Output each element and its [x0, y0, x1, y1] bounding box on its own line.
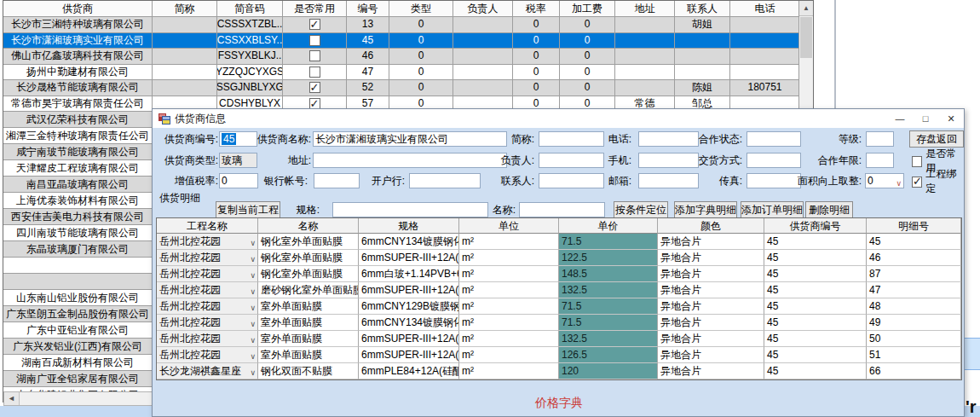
cell-supplier-id[interactable]: 45 [764, 298, 867, 315]
cell-address[interactable] [615, 17, 675, 33]
col-header-manager[interactable]: 负责人 [453, 1, 513, 17]
cell-supplier[interactable]: 南昌亚晶玻璃有限公司 [3, 177, 153, 193]
detail-row[interactable]: 岳州北控花园∨ 室外单面贴膜 6mmSUPER-III+12A(硅... m² … [157, 331, 961, 347]
cell-common[interactable] [283, 49, 347, 65]
cell-type[interactable]: 0 [389, 33, 453, 49]
cell-common[interactable] [283, 80, 347, 96]
detail-row[interactable]: 岳州北控花园∨ 钢化室外单面贴膜 6mmSUPER-III+12A(硅... m… [157, 250, 961, 266]
chevron-down-icon[interactable]: ∨ [250, 268, 256, 282]
detail-row[interactable]: 长沙龙湖祺鑫星座∨ 钢化双面不贴膜 6mmPLE84+12A(硅酮胶... m²… [157, 363, 961, 379]
cell-phone[interactable] [730, 49, 800, 65]
detail-row[interactable]: 岳州北控花园∨ 室外单面贴膜 6mmSUPER-III+12A(硅... m² … [157, 347, 961, 363]
col-header-name[interactable]: 名称 [258, 218, 359, 234]
add-dictionary-detail-button[interactable]: 添加字典明细 [674, 201, 737, 218]
col-header-address[interactable]: 地址 [615, 1, 675, 17]
col-header-id[interactable]: 编号 [347, 1, 389, 17]
maximize-icon[interactable]: □ [913, 109, 938, 128]
cell-type[interactable]: 0 [389, 49, 453, 65]
cell-supplier[interactable]: 湖南百成新材料有限公司 [3, 355, 153, 371]
cell-unit[interactable]: m² [459, 315, 559, 331]
minimize-icon[interactable]: — [887, 109, 913, 128]
cell-name[interactable]: 室外单面贴膜 [258, 298, 359, 315]
cell-manager[interactable] [453, 49, 513, 65]
cell-color[interactable]: 异地合片 [658, 331, 764, 347]
col-header-supplier-id[interactable]: 供货商编号 [764, 218, 867, 234]
project-select[interactable]: 岳州北控花园∨ [157, 282, 258, 298]
bank-branch-field[interactable] [409, 173, 481, 188]
cell-supplier[interactable]: 广东坚朗五金制品股份有限公司 [3, 306, 153, 322]
checkbox[interactable] [309, 19, 320, 30]
bank-account-field[interactable] [314, 173, 360, 188]
cell-color[interactable]: 异地合片 [658, 282, 764, 298]
common-checkbox[interactable]: 是否常用 [912, 154, 964, 168]
cell-supplier[interactable]: 武汉亿荣科技有限公司 [3, 112, 153, 128]
cell-common[interactable] [283, 65, 347, 81]
col-header-phone[interactable]: 电话 [730, 1, 800, 17]
table-row[interactable]: 佛山市亿鑫玻璃科技有限公司 FSSYXBLKJ.. 46 0 0 0 [3, 49, 813, 65]
cell-name[interactable]: 室外单面贴膜 [258, 315, 359, 331]
cell-supplier[interactable]: 咸宁南玻节能玻璃有限公司 [3, 144, 153, 160]
cell-address[interactable] [615, 65, 675, 81]
cell-price[interactable]: 148.5 [559, 266, 658, 282]
cell-spec[interactable]: 6mmSUPER-III+12A(硅... [359, 331, 459, 347]
cell-manager[interactable] [453, 65, 513, 81]
cell-fee[interactable]: 0 [560, 49, 615, 65]
detail-row[interactable]: 岳州北控花园∨ 室外单面贴膜 6mmCNY134镀膜钢化 m² 71.5 异地合… [157, 315, 961, 331]
vat-rate-field[interactable]: 0 [219, 173, 258, 188]
table-row[interactable]: 长沙市三湘特种玻璃有限公司 CSSSXTZBL.. 13 0 0 0 胡姐 [3, 17, 813, 33]
cell-manager[interactable] [453, 33, 513, 49]
col-header-fee[interactable]: 加工费 [560, 1, 615, 17]
cell-spec[interactable]: 6mmPLE84+12A(硅酮胶... [359, 363, 459, 379]
dialog-titlebar[interactable]: 供货商信息 — □ ✕ [153, 109, 964, 128]
cell-detail-id[interactable]: 48 [867, 298, 961, 315]
cell-common[interactable] [283, 33, 347, 49]
cell-supplier[interactable]: 西安佳吉美电力科技有限公司 [3, 209, 153, 225]
cell-color[interactable]: 异地合片 [658, 347, 764, 363]
supplier-name-field[interactable]: 长沙市潇湘玻璃实业有限公司 [313, 131, 507, 147]
name-filter-input[interactable] [519, 202, 605, 217]
table-row[interactable]: 长沙晟格节能玻璃有限公司 CSSGJNBLYXGS 52 0 0 0 陈姐 18… [3, 80, 813, 96]
cell-price[interactable]: 126.5 [559, 347, 658, 363]
cell-supplier[interactable]: 上海优泰装饰材料有限公司 [3, 193, 153, 209]
cell-supplier[interactable]: 四川南玻节能玻璃有限公司 [3, 225, 153, 241]
cell-detail-id[interactable]: 87 [867, 266, 961, 282]
cell-supplier[interactable]: 湖南广亚全铝家居有限公司 [3, 371, 153, 387]
cell-id[interactable]: 47 [347, 65, 389, 81]
cell-contact[interactable] [675, 65, 730, 81]
col-header-common[interactable]: 是否常用 [283, 1, 347, 17]
vertical-scrollbar-thumb[interactable] [800, 17, 812, 58]
checkbox[interactable] [309, 67, 320, 78]
cell-supplier-id[interactable]: 45 [764, 266, 867, 282]
cell-spec[interactable]: 6mmSUPER-III+12A(硅... [359, 282, 459, 298]
cell-tax[interactable]: 0 [513, 33, 560, 49]
add-order-detail-button[interactable]: 添加订单明细 [741, 201, 804, 218]
cell-name[interactable]: 室外单面贴膜 [258, 331, 359, 347]
cell-price[interactable]: 71.5 [559, 234, 658, 250]
col-header-type[interactable]: 类型 [389, 1, 453, 17]
cell-common[interactable] [283, 17, 347, 33]
cell-tax[interactable]: 0 [513, 80, 560, 96]
cell-address[interactable] [615, 49, 675, 65]
checkbox[interactable] [309, 98, 320, 109]
cell-supplier[interactable]: 佛山市亿鑫玻璃科技有限公司 [3, 49, 153, 65]
project-select[interactable]: 岳州北控花园∨ [157, 315, 258, 331]
cell-unit[interactable]: m² [459, 363, 559, 379]
contact-field[interactable] [539, 173, 604, 188]
detail-row[interactable]: 岳州北控花园∨ 钢化室外单面贴膜 6mmCNY134镀膜钢化 m² 71.5 异… [157, 234, 961, 250]
cell-supplier[interactable]: 山东南山铝业股份有限公司 [3, 290, 153, 306]
checkbox[interactable] [912, 177, 922, 188]
cell-unit[interactable]: m² [459, 234, 559, 250]
project-select[interactable]: 长沙龙湖祺鑫星座∨ [157, 363, 258, 379]
detail-row[interactable]: 岳州北控花园∨ 钢化室外单面贴膜 6mm白玻+1.14PVB+6mm... m²… [157, 266, 961, 282]
cell-phone[interactable] [730, 17, 800, 33]
cell-supplier-id[interactable]: 45 [764, 282, 867, 298]
cell-color[interactable]: 异地合片 [658, 250, 764, 266]
cell-tax[interactable]: 0 [513, 65, 560, 81]
save-return-button[interactable]: 存盘返回 [909, 130, 964, 148]
cell-unit[interactable]: m² [459, 250, 559, 266]
cell-spec[interactable]: 6mmCNY134镀膜钢化 [359, 234, 459, 250]
cell-spec[interactable]: 6mmCNY134镀膜钢化 [359, 315, 459, 331]
cell-supplier[interactable] [3, 274, 153, 290]
cell-price[interactable]: 71.5 [559, 298, 658, 315]
checkbox[interactable] [309, 82, 320, 93]
